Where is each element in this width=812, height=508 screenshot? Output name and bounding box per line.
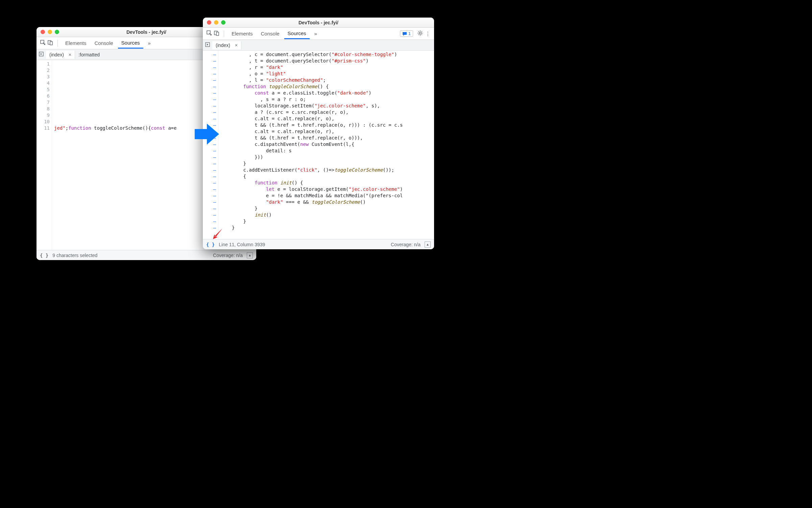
messages-count: 1 bbox=[408, 31, 411, 36]
tab-console[interactable]: Console bbox=[258, 29, 283, 39]
messages-badge[interactable]: 1 bbox=[400, 30, 413, 37]
file-tab-index[interactable]: (index) × bbox=[212, 41, 241, 49]
svg-point-7 bbox=[419, 32, 421, 34]
zoom-icon[interactable] bbox=[55, 30, 59, 34]
window-title: DevTools - jec.fyi/ bbox=[203, 20, 434, 25]
red-arrow-icon bbox=[211, 227, 224, 239]
line-gutter: 1234567891011 bbox=[37, 60, 52, 250]
close-icon[interactable] bbox=[41, 30, 45, 34]
main-toolbar: Elements Console Sources » 1 ⋮ bbox=[203, 28, 434, 40]
inspect-icon[interactable] bbox=[206, 30, 212, 37]
svg-line-14 bbox=[418, 34, 419, 35]
pretty-print-icon[interactable]: { } bbox=[40, 253, 48, 258]
settings-icon[interactable] bbox=[417, 30, 423, 37]
tab-console[interactable]: Console bbox=[91, 38, 117, 48]
titlebar[interactable]: DevTools - jec.fyi/ bbox=[203, 18, 434, 28]
device-toggle-icon[interactable] bbox=[214, 30, 220, 37]
tab-sources[interactable]: Sources bbox=[284, 28, 310, 39]
cursor-position: Line 11, Column 3939 bbox=[219, 242, 265, 247]
show-drawer-icon[interactable]: ▲ bbox=[425, 242, 431, 248]
file-tab-label: (index) bbox=[49, 52, 64, 57]
traffic-lights bbox=[41, 30, 59, 34]
separator bbox=[224, 30, 224, 37]
svg-line-12 bbox=[418, 31, 419, 32]
svg-rect-2 bbox=[50, 42, 52, 45]
minimize-icon[interactable] bbox=[48, 30, 52, 34]
close-icon[interactable] bbox=[207, 20, 211, 25]
selection-status: 9 characters selected bbox=[52, 253, 97, 258]
tab-elements[interactable]: Elements bbox=[62, 38, 90, 48]
more-icon[interactable]: ⋮ bbox=[425, 31, 431, 37]
file-tab-index[interactable]: (index) × bbox=[46, 51, 75, 59]
message-icon bbox=[402, 31, 407, 36]
devtools-window-right: DevTools - jec.fyi/ Elements Console Sou… bbox=[203, 18, 434, 249]
svg-rect-6 bbox=[216, 32, 219, 35]
navigator-toggle-icon[interactable] bbox=[203, 42, 212, 48]
tab-overflow[interactable]: » bbox=[311, 29, 320, 39]
blue-arrow-icon bbox=[193, 122, 220, 146]
status-bar: { } 9 characters selected Coverage: n/a … bbox=[37, 250, 256, 260]
navigator-toggle-icon[interactable] bbox=[37, 52, 46, 57]
inspect-icon[interactable] bbox=[40, 40, 46, 47]
file-tab-strip: (index) × bbox=[203, 40, 434, 51]
coverage-status: Coverage: n/a bbox=[213, 253, 243, 258]
code-editor[interactable]: –––––––––––––––––––––––––––– , c = docum… bbox=[203, 51, 434, 239]
file-tab-formatted[interactable]: :formatted bbox=[75, 51, 101, 59]
minimize-icon[interactable] bbox=[214, 20, 218, 25]
file-tab-label: (index) bbox=[216, 43, 230, 48]
svg-line-15 bbox=[422, 31, 422, 32]
file-tab-label: :formatted bbox=[78, 52, 100, 57]
separator bbox=[57, 40, 58, 47]
tab-sources[interactable]: Sources bbox=[118, 38, 143, 49]
code-area[interactable]: , c = document.querySelector("#color-sch… bbox=[218, 51, 434, 239]
tab-elements[interactable]: Elements bbox=[228, 29, 256, 39]
status-bar: { } Line 11, Column 3939 Coverage: n/a ▲ bbox=[203, 239, 434, 249]
close-tab-icon[interactable]: × bbox=[67, 52, 73, 57]
traffic-lights bbox=[207, 20, 225, 25]
tab-overflow[interactable]: » bbox=[145, 38, 154, 48]
coverage-status: Coverage: n/a bbox=[391, 242, 421, 247]
device-toggle-icon[interactable] bbox=[47, 40, 53, 47]
pretty-print-icon[interactable]: { } bbox=[206, 242, 215, 247]
zoom-icon[interactable] bbox=[221, 20, 225, 25]
close-tab-icon[interactable]: × bbox=[233, 43, 240, 48]
svg-line-13 bbox=[422, 34, 422, 35]
show-drawer-icon[interactable]: ▲ bbox=[247, 252, 253, 258]
